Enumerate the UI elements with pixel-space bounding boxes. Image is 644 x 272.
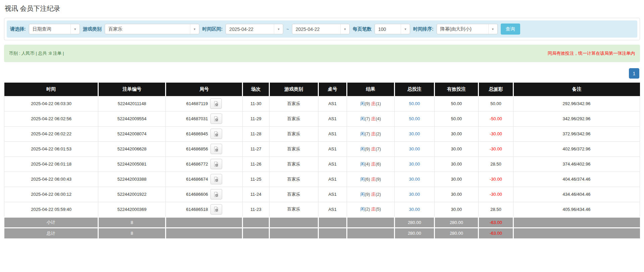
total-bet-link[interactable]: 30.00 — [394, 202, 434, 217]
valid-bet: 30.00 — [435, 141, 479, 156]
date-from-select[interactable]: 2025-04-22 ▾ — [226, 24, 283, 34]
video-icon — [213, 101, 219, 106]
video-icon — [213, 207, 219, 212]
empty-cell — [513, 228, 640, 238]
remark: 292.96/342.96 — [513, 96, 640, 111]
round-cell: 614686856 — [166, 141, 243, 156]
session: 11-26 — [243, 156, 269, 172]
total-bet-link[interactable]: 50.00 — [394, 111, 434, 126]
header-session: 场次 — [243, 83, 269, 96]
page-size-value: 100 — [375, 27, 401, 32]
date-from-value: 2025-04-22 — [226, 27, 274, 32]
session: 11-30 — [243, 96, 269, 111]
table-no: AS1 — [318, 141, 347, 156]
valid-bet: 50.00 — [435, 96, 479, 111]
grand-total-total-bet: 280.00 — [394, 228, 434, 238]
empty-cell — [318, 217, 347, 228]
total-bet-link[interactable]: 50.00 — [394, 96, 434, 111]
round-id: 614686772 — [186, 162, 208, 167]
game-category-value: 百家乐 — [105, 26, 190, 32]
banker-score: (4) — [376, 116, 381, 121]
header-valid-bet: 有效投注 — [435, 83, 479, 96]
video-icon — [213, 162, 219, 167]
header-table-no: 桌号 — [318, 83, 347, 96]
bet-time: 2025-04-22 06:03:30 — [4, 96, 98, 111]
banker-result-label: 庄 — [371, 192, 376, 197]
valid-bet: 30.00 — [435, 156, 479, 172]
video-replay-button[interactable] — [210, 159, 222, 169]
empty-cell — [243, 228, 269, 238]
round-cell: 614686518 — [166, 202, 243, 217]
empty-cell — [269, 228, 318, 238]
video-replay-button[interactable] — [210, 189, 222, 199]
chevron-down-icon: ▾ — [340, 24, 349, 34]
total-payout: 28.50 — [478, 202, 513, 217]
video-replay-button[interactable] — [210, 144, 222, 154]
video-replay-button[interactable] — [210, 204, 222, 215]
subtotal-count: 8 — [98, 217, 166, 228]
table-header: 时间 注单编号 局号 场次 游戏类别 桌号 结果 总投注 有效投注 总派彩 备注 — [4, 83, 640, 96]
bet-id: 522442000369 — [98, 202, 166, 217]
total-payout: 28.50 — [478, 156, 513, 172]
total-payout: -50.00 — [478, 111, 513, 126]
bet-time: 2025-04-22 06:00:12 — [4, 187, 98, 202]
total-payout: -30.00 — [478, 126, 513, 141]
remark: 342.96/292.96 — [513, 111, 640, 126]
result-cell: 闲(9) 庄(2) — [347, 187, 394, 202]
player-result-label: 闲 — [360, 207, 365, 212]
time-sort-select[interactable]: 降幂(由大到小) ▾ — [437, 24, 498, 34]
banker-result-label: 庄 — [371, 116, 376, 121]
search-type-select[interactable]: 日期查询 ▾ — [29, 24, 80, 34]
round-cell: 614686772 — [166, 156, 243, 172]
remark: 405.96/434.46 — [513, 202, 640, 217]
banker-score: (2) — [376, 131, 381, 136]
total-bet-link[interactable]: 30.00 — [394, 187, 434, 202]
filter-panel: 请选择: 日期查询 ▾ 游戏类别 百家乐 ▾ 时间区间: 2025-04-22 … — [4, 18, 640, 40]
header-total-payout: 总派彩 — [478, 83, 513, 96]
game-category-select[interactable]: 百家乐 ▾ — [105, 24, 199, 34]
result-cell: 闲(9) 庄(7) — [347, 141, 394, 156]
header-result: 结果 — [347, 83, 394, 96]
header-row: 时间 注单编号 局号 场次 游戏类别 桌号 结果 总投注 有效投注 总派彩 备注 — [4, 83, 640, 96]
banker-score: (9) — [376, 177, 381, 182]
header-round-id: 局号 — [166, 83, 243, 96]
round-cell: 614686606 — [166, 187, 243, 202]
banker-score: (7) — [376, 146, 381, 151]
page-1-button[interactable]: 1 — [629, 68, 639, 79]
session: 11-23 — [243, 202, 269, 217]
page-size-select[interactable]: 100 ▾ — [375, 24, 410, 34]
table-no: AS1 — [318, 187, 347, 202]
header-remark: 备注 — [513, 83, 640, 96]
session: 11-24 — [243, 187, 269, 202]
video-replay-button[interactable] — [210, 129, 222, 139]
subtotal-payout: -63.00 — [478, 217, 513, 228]
total-bet-link[interactable]: 30.00 — [394, 126, 434, 141]
video-icon — [213, 177, 219, 182]
video-replay-button[interactable] — [210, 114, 222, 124]
valid-bet: 50.00 — [435, 111, 479, 126]
round-id: 614687031 — [186, 116, 208, 121]
video-replay-button[interactable] — [210, 174, 222, 184]
player-score: (7) — [365, 116, 370, 121]
total-bet-link[interactable]: 30.00 — [394, 141, 434, 156]
total-bet-link[interactable]: 30.00 — [394, 156, 434, 172]
video-replay-button[interactable] — [210, 98, 222, 109]
total-payout: 50.00 — [478, 96, 513, 111]
subtotal-total-bet: 280.00 — [394, 217, 434, 228]
player-result-label: 闲 — [360, 146, 365, 151]
table-row: 2025-04-22 06:01:18 522442005081 6146867… — [4, 156, 640, 172]
table-row: 2025-04-22 06:00:12 522442001922 6146866… — [4, 187, 640, 202]
table-row: 2025-04-22 05:59:40 522442000369 6146865… — [4, 202, 640, 217]
total-bet-link[interactable]: 30.00 — [394, 172, 434, 187]
player-score: (7) — [365, 131, 370, 136]
table-no: AS1 — [318, 111, 347, 126]
subtotal-valid-bet: 280.00 — [435, 217, 479, 228]
round-id: 614686606 — [186, 192, 208, 197]
date-to-select[interactable]: 2025-04-22 ▾ — [292, 24, 350, 34]
bet-id: 522442006628 — [98, 141, 166, 156]
search-button[interactable]: 查询 — [501, 24, 520, 35]
empty-cell — [166, 228, 243, 238]
pagination: 1 — [5, 68, 639, 79]
table-body: 2025-04-22 06:03:30 522442011148 6146871… — [4, 96, 640, 217]
session: 11-27 — [243, 141, 269, 156]
